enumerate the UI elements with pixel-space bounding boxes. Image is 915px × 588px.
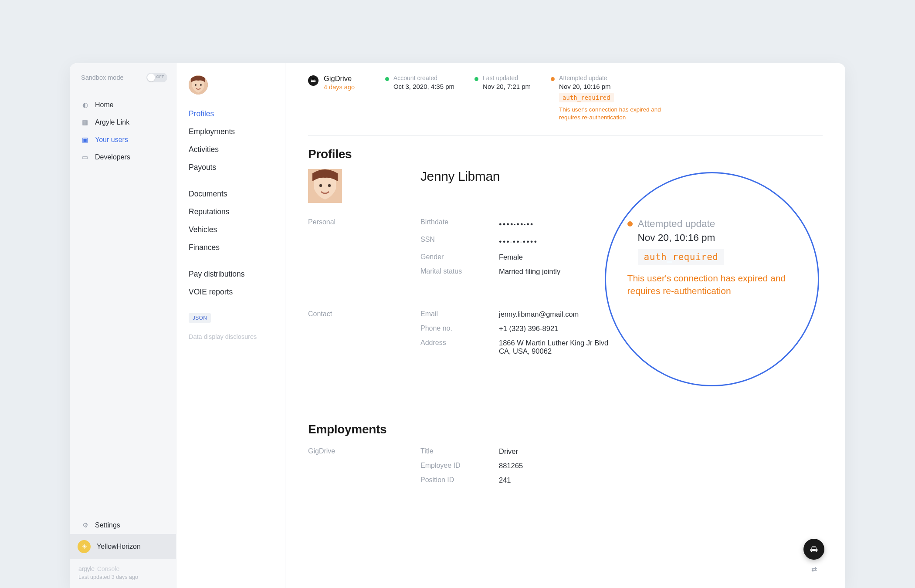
fab-button[interactable] bbox=[803, 539, 824, 560]
workspace-switcher[interactable]: ☀ YellowHorizon bbox=[70, 534, 176, 559]
field-key: SSN bbox=[420, 233, 499, 250]
account-badge: GigDrive 4 days ago bbox=[308, 74, 355, 91]
footer-updated: Last updated 3 days ago bbox=[78, 574, 176, 580]
group-label-employer: GigDrive bbox=[308, 444, 420, 459]
timeline-value: Nov 20, 7:21 pm bbox=[483, 83, 531, 90]
magnifier-callout: Attempted update Nov 20, 10:16 pm auth_r… bbox=[605, 172, 819, 386]
group-label-contact: Contact bbox=[308, 307, 420, 321]
magnifier-content: Attempted update Nov 20, 10:16 pm auth_r… bbox=[627, 218, 797, 312]
sandbox-label: Sandbox mode bbox=[81, 74, 124, 81]
subnav-pay-distributions[interactable]: Pay distributions bbox=[189, 265, 273, 283]
nav-item-your-users[interactable]: ▣ Your users bbox=[70, 131, 176, 149]
field-key: Marital status bbox=[420, 264, 499, 279]
subnav-reputations[interactable]: Reputations bbox=[189, 203, 273, 221]
subnav-finances[interactable]: Finances bbox=[189, 239, 273, 257]
nav-item-argyle-link[interactable]: ▦ Argyle Link bbox=[70, 114, 176, 131]
auth-warning-text: This user's connection has expired and r… bbox=[559, 106, 664, 122]
nav-item-home[interactable]: ◐ Home bbox=[70, 96, 176, 114]
sandbox-toggle[interactable]: OFF bbox=[146, 73, 167, 82]
user-subnav: Profiles Employments Activities Payouts … bbox=[176, 63, 285, 588]
field-value: 241 bbox=[499, 473, 823, 487]
employment-grid: GigDrive Title Driver Employee ID 881265… bbox=[308, 444, 823, 487]
magnifier-label: Attempted update bbox=[638, 218, 715, 230]
field-key: Email bbox=[420, 307, 499, 321]
section-title-profiles: Profiles bbox=[308, 147, 823, 161]
field-key: Employee ID bbox=[420, 459, 499, 473]
link-icon: ▦ bbox=[81, 118, 89, 126]
nav-label: Home bbox=[95, 101, 114, 109]
timeline-label: Last updated bbox=[483, 74, 531, 81]
workspace-name: YellowHorizon bbox=[97, 543, 141, 551]
brand-sub: Console bbox=[97, 565, 119, 572]
brand-line: argyle Console bbox=[78, 565, 176, 572]
nav-label: Your users bbox=[95, 136, 128, 144]
magnifier-code-chip: auth_required bbox=[638, 249, 725, 265]
status-dot-green-icon bbox=[474, 77, 478, 81]
account-col: GigDrive 4 days ago bbox=[324, 74, 355, 91]
timeline-value: Nov 20, 10:16 pm bbox=[559, 83, 664, 90]
nav-item-developers[interactable]: ▭ Developers bbox=[70, 149, 176, 166]
users-icon: ▣ bbox=[81, 136, 89, 144]
field-value: Driver bbox=[499, 444, 823, 459]
gear-icon: ⚙ bbox=[81, 521, 89, 529]
user-avatar-small[interactable] bbox=[189, 75, 208, 95]
status-dot-green-icon bbox=[385, 77, 389, 81]
timeline-attempted: Attempted update Nov 20, 10:16 pm auth_r… bbox=[551, 74, 679, 122]
profile-name-col: Jenny Libman bbox=[420, 169, 500, 184]
car-icon bbox=[308, 75, 319, 86]
divider bbox=[308, 411, 823, 411]
timeline-label: Account created bbox=[393, 74, 454, 81]
timeline-value: Oct 3, 2020, 4:35 pm bbox=[393, 83, 454, 90]
brand-main: argyle bbox=[78, 565, 95, 572]
magnifier-warning: This user's connection has expired and r… bbox=[627, 272, 797, 297]
subnav-employments[interactable]: Employments bbox=[189, 123, 273, 141]
home-icon: ◐ bbox=[81, 101, 89, 109]
subnav-payouts[interactable]: Payouts bbox=[189, 159, 273, 176]
primary-sidebar: Sandbox mode OFF ◐ Home ▦ Argyle Link ▣ … bbox=[70, 63, 176, 588]
field-value: 881265 bbox=[499, 459, 823, 473]
sandbox-row: Sandbox mode OFF bbox=[70, 63, 176, 94]
car-icon bbox=[809, 544, 819, 554]
user-avatar-large bbox=[308, 169, 342, 203]
subnav-voie-reports[interactable]: VOIE reports bbox=[189, 283, 273, 301]
magnifier-divider bbox=[605, 312, 819, 312]
account-age: 4 days ago bbox=[324, 84, 355, 91]
toggle-knob bbox=[147, 74, 155, 81]
subnav-vehicles[interactable]: Vehicles bbox=[189, 221, 273, 239]
disclosure-link[interactable]: Data display disclosures bbox=[189, 333, 273, 340]
json-chip[interactable]: JSON bbox=[189, 313, 211, 323]
field-key: Address bbox=[420, 336, 499, 358]
field-key: Birthdate bbox=[420, 215, 499, 233]
timeline-updated: Last updated Nov 20, 7:21 pm bbox=[474, 74, 546, 122]
svg-point-2 bbox=[200, 84, 202, 86]
app-window: Sandbox mode OFF ◐ Home ▦ Argyle Link ▣ … bbox=[70, 63, 845, 588]
subnav-documents[interactable]: Documents bbox=[189, 185, 273, 203]
field-key: Title bbox=[420, 444, 499, 459]
timeline-label: Attempted update bbox=[559, 74, 664, 81]
timeline-connector bbox=[533, 79, 546, 79]
section-title-employments: Employments bbox=[308, 422, 823, 436]
svg-point-5 bbox=[328, 184, 331, 187]
avatar-face-icon bbox=[308, 169, 342, 203]
status-dot-orange-icon bbox=[627, 221, 633, 226]
subnav-activities[interactable]: Activities bbox=[189, 141, 273, 159]
nav-label: Argyle Link bbox=[95, 118, 129, 126]
settings-label: Settings bbox=[95, 521, 120, 529]
developers-icon: ▭ bbox=[81, 153, 89, 161]
field-key: Gender bbox=[420, 250, 499, 264]
status-dot-orange-icon bbox=[551, 77, 555, 81]
nav-item-settings[interactable]: ⚙ Settings bbox=[70, 517, 176, 534]
primary-nav: ◐ Home ▦ Argyle Link ▣ Your users ▭ Deve… bbox=[70, 94, 176, 166]
field-key: Position ID bbox=[420, 473, 499, 487]
account-name: GigDrive bbox=[324, 74, 355, 83]
subnav-profiles[interactable]: Profiles bbox=[189, 105, 273, 123]
console-footer: argyle Console Last updated 3 days ago bbox=[70, 559, 176, 588]
avatar-face-icon bbox=[189, 75, 208, 95]
account-header: GigDrive 4 days ago Account created Oct … bbox=[308, 74, 823, 135]
swap-icon[interactable]: ⇄ bbox=[811, 565, 817, 573]
viewport: Sandbox mode OFF ◐ Home ▦ Argyle Link ▣ … bbox=[0, 0, 915, 588]
auth-code-chip: auth_required bbox=[559, 93, 614, 102]
workspace-avatar-icon: ☀ bbox=[78, 540, 91, 553]
svg-point-1 bbox=[195, 84, 197, 86]
field-key: Phone no. bbox=[420, 321, 499, 336]
